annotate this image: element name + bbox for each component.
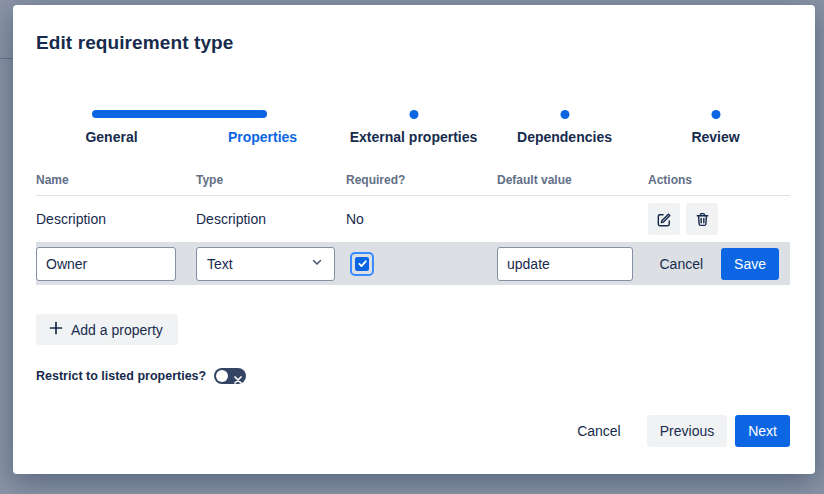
underlying-page-divider bbox=[0, 58, 13, 59]
progress-bar-completed bbox=[92, 110, 267, 118]
cell-type: Description bbox=[196, 211, 346, 227]
property-name-input[interactable] bbox=[36, 247, 176, 281]
edit-property-button[interactable] bbox=[648, 203, 680, 235]
checkmark-icon bbox=[355, 257, 369, 271]
type-select-value: Text bbox=[207, 256, 233, 272]
previous-button[interactable]: Previous bbox=[647, 415, 727, 447]
cross-icon bbox=[234, 372, 242, 387]
progress-track bbox=[36, 110, 791, 119]
edit-row-actions: Cancel Save bbox=[648, 248, 790, 280]
modal-title: Edit requirement type bbox=[36, 32, 791, 54]
step-dot-dependencies bbox=[560, 110, 569, 119]
delete-icon bbox=[693, 210, 712, 229]
default-value-input[interactable] bbox=[497, 247, 633, 281]
edit-requirement-type-modal: Edit requirement type General Properties… bbox=[13, 5, 815, 474]
step-properties: Properties bbox=[187, 129, 338, 145]
restrict-properties-toggle[interactable] bbox=[214, 368, 246, 384]
step-labels: General Properties External properties D… bbox=[36, 129, 791, 145]
delete-property-button[interactable] bbox=[686, 203, 718, 235]
cell-actions bbox=[648, 203, 790, 235]
step-dot-external-properties bbox=[409, 110, 418, 119]
restrict-properties-row: Restrict to listed properties? bbox=[36, 368, 791, 384]
type-select[interactable]: Text bbox=[196, 247, 335, 281]
wizard-progress-tracker: General Properties External properties D… bbox=[36, 110, 791, 145]
row-save-button[interactable]: Save bbox=[721, 248, 779, 280]
step-dependencies: Dependencies bbox=[489, 129, 640, 145]
properties-table: Name Type Required? Default value Action… bbox=[36, 173, 790, 285]
footer-cancel-button[interactable]: Cancel bbox=[577, 423, 621, 439]
plus-icon bbox=[48, 320, 64, 339]
step-dot-review bbox=[711, 110, 720, 119]
row-cancel-button[interactable]: Cancel bbox=[659, 256, 703, 272]
step-external-properties: External properties bbox=[338, 129, 489, 145]
property-edit-row: Text bbox=[36, 242, 790, 285]
add-property-button[interactable]: Add a property bbox=[36, 314, 178, 345]
edit-name-cell bbox=[36, 247, 196, 281]
restrict-properties-label: Restrict to listed properties? bbox=[36, 369, 206, 383]
required-checkbox[interactable] bbox=[350, 252, 374, 276]
table-header-row: Name Type Required? Default value Action… bbox=[36, 173, 790, 196]
step-general: General bbox=[36, 129, 187, 145]
modal-footer: Cancel Previous Next bbox=[36, 415, 791, 447]
cell-required: No bbox=[346, 211, 497, 227]
toggle-knob bbox=[216, 370, 228, 382]
next-button[interactable]: Next bbox=[735, 415, 790, 447]
table-row: Description Description No bbox=[36, 196, 790, 242]
cell-name: Description bbox=[36, 211, 196, 227]
header-actions: Actions bbox=[648, 173, 790, 187]
chevron-down-icon bbox=[310, 255, 324, 272]
header-type: Type bbox=[196, 173, 346, 187]
step-review: Review bbox=[640, 129, 791, 145]
header-name: Name bbox=[36, 173, 196, 187]
edit-type-cell: Text bbox=[196, 247, 346, 281]
edit-required-cell bbox=[346, 252, 497, 276]
edit-icon bbox=[655, 210, 674, 229]
add-property-label: Add a property bbox=[71, 322, 163, 338]
header-default-value: Default value bbox=[497, 173, 648, 187]
edit-default-cell bbox=[497, 247, 648, 281]
header-required: Required? bbox=[346, 173, 497, 187]
